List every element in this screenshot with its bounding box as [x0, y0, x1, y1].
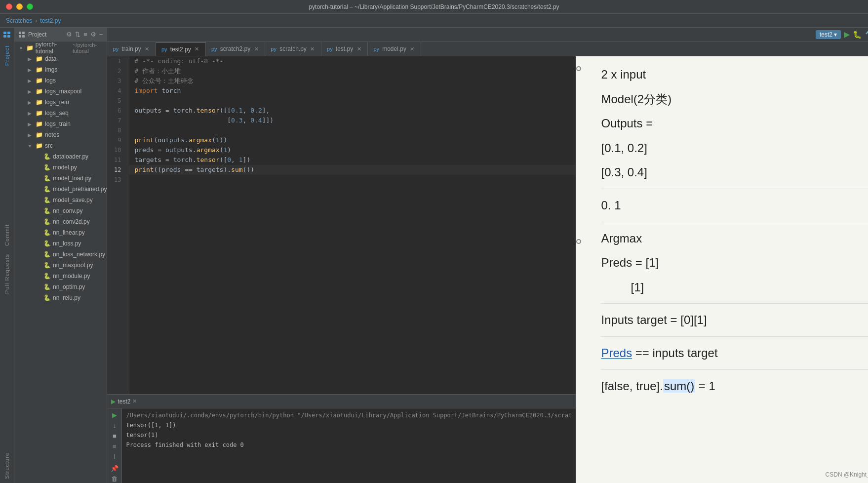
tree-item-logs-maxpool[interactable]: ▶ 📁 logs_maxpool — [14, 86, 107, 97]
tree-item-dataloader-label: dataloader.py — [53, 153, 88, 160]
tree-item-model[interactable]: ▶ 🐍 model.py — [14, 162, 107, 173]
run-button[interactable]: ▶ — [844, 30, 850, 39]
connector-top — [576, 66, 581, 71]
tree-item-notes[interactable]: ▶ 📁 notes — [14, 129, 107, 140]
tab-model-py[interactable]: py model.py ✕ — [368, 42, 421, 56]
tree-item-nn-conv2d-label: nn_conv2d.py — [53, 218, 90, 225]
ann-text-outputs-label: Outputs = — [601, 115, 868, 132]
tab-scratch2-py[interactable]: py scratch2.py ✕ — [206, 42, 265, 56]
tab-close-train[interactable]: ✕ — [144, 45, 151, 52]
pull-requests-panel-label[interactable]: Pull Requests — [2, 250, 12, 298]
debug-button[interactable]: 🐛 — [853, 30, 862, 39]
line-num-13: 13 — [107, 175, 125, 185]
tree-item-logs-seq[interactable]: ▶ 📁 logs_seq — [14, 108, 107, 119]
expand-icon[interactable]: ⇅ — [75, 31, 80, 38]
run-tab-label: ▶ test2 ✕ — [111, 398, 137, 405]
run-config-selector[interactable]: test2 ▾ — [816, 30, 841, 39]
run-output: ▶ ↓ ■ ≡ ⁞ 📌 🗑 /Users/xiaotudui/.conda/en… — [107, 408, 576, 483]
tree-item-model-pretrained[interactable]: ▶ 🐍 model_pretrained.py — [14, 184, 107, 195]
py-icon-nn-module: 🐍 — [43, 272, 51, 280]
tab-close-test[interactable]: ✕ — [355, 45, 362, 52]
tree-item-logs-label: logs — [45, 77, 56, 84]
tree-item-logs[interactable]: ▶ 📁 logs — [14, 75, 107, 86]
commit-panel-label[interactable]: Commit — [2, 220, 12, 250]
build-button[interactable]: 🔨 — [865, 31, 868, 38]
tab-close-test2[interactable]: ✕ — [194, 46, 200, 53]
sidebar-item-project[interactable] — [0, 28, 14, 41]
line-num-4: 4 — [107, 86, 125, 96]
folder-icon-imgs: 📁 — [35, 66, 43, 74]
tree-item-nn-conv[interactable]: ▶ 🐍 nn_conv.py — [14, 205, 107, 216]
code-line-5 — [129, 96, 576, 106]
tree-item-model-save[interactable]: ▶ 🐍 model_save.py — [14, 195, 107, 205]
code-content[interactable]: # -*- coding: utf-8 -*- # 作者：小土堆 # 公众号：土… — [129, 56, 576, 394]
ann-preds-underline: Preds — [601, 346, 632, 360]
run-down-icon[interactable]: ↓ — [109, 421, 120, 430]
tree-item-model-load[interactable]: ▶ 🐍 model_load.py — [14, 173, 107, 184]
ann-text-preds-2: [1] — [601, 279, 868, 296]
tab-scratch-py[interactable]: py scratch.py ✕ — [265, 42, 321, 56]
code-line-13 — [129, 175, 576, 185]
close-button[interactable] — [6, 3, 12, 10]
code-line-11: targets = torch.tensor([0, 1]) — [129, 155, 576, 165]
line-num-8: 8 — [107, 125, 125, 135]
tree-item-src[interactable]: ▾ 📁 src — [14, 140, 107, 151]
line-num-3: 3 — [107, 76, 125, 86]
tree-item-nn-module[interactable]: ▶ 🐍 nn_module.py — [14, 271, 107, 282]
code-line-1: # -*- coding: utf-8 -*- — [129, 56, 576, 66]
tree-item-src-label: src — [45, 142, 53, 149]
structure-panel-label[interactable]: Structure — [2, 448, 12, 483]
tree-item-nn-conv2d[interactable]: ▶ 🐍 nn_conv2d.py — [14, 216, 107, 227]
tree-item-nn-maxpool[interactable]: ▶ 🐍 nn_maxpool.py — [14, 260, 107, 271]
code-line-12: print((preds == targets).sum()) — [129, 165, 576, 175]
tab-train-py[interactable]: py train.py ✕ — [107, 42, 156, 56]
run-play-icon[interactable]: ▶ — [109, 410, 120, 419]
tree-root[interactable]: ▾ 📁 pytorch-tutorial ~/pytorch-tutorial — [14, 42, 107, 53]
tree-item-logs-seq-label: logs_seq — [45, 110, 69, 117]
tree-item-nn-module-label: nn_module.py — [53, 273, 90, 280]
tree-item-nn-relu[interactable]: ▶ 🐍 nn_relu.py — [14, 292, 107, 303]
svg-rect-6 — [19, 35, 21, 38]
editor-area[interactable]: 1 2 3 4 5 6 7 8 9 10 11 12 13 — [107, 56, 576, 394]
tree-item-nn-loss[interactable]: ▶ 🐍 nn_loss.py — [14, 238, 107, 249]
project-header: Project ⚙ ⇅ ≡ ⚙ − — [14, 28, 107, 41]
minimize-button[interactable] — [16, 3, 23, 10]
tab-close-scratch[interactable]: ✕ — [309, 45, 316, 52]
run-trash-icon[interactable]: 🗑 — [109, 474, 120, 483]
tree-item-nn-linear[interactable]: ▶ 🐍 nn_linear.py — [14, 227, 107, 238]
close-panel-icon[interactable]: − — [99, 31, 103, 38]
ann-divider-3 — [601, 303, 868, 304]
tree-item-dataloader[interactable]: ▶ 🐍 dataloader.py — [14, 151, 107, 162]
ann-text-model: Model(2分类) — [601, 91, 868, 108]
run-stop-icon[interactable]: ■ — [109, 431, 120, 440]
run-pin-icon[interactable]: 📌 — [109, 464, 120, 473]
line-num-1: 1 — [107, 56, 125, 66]
tab-test2-py[interactable]: py test2.py ✕ — [156, 42, 206, 56]
run-tab-close[interactable]: ✕ — [132, 398, 137, 404]
svg-rect-7 — [22, 35, 25, 38]
run-lines-icon[interactable]: ⁞ — [109, 452, 120, 461]
breadcrumb-file[interactable]: test2.py — [40, 17, 61, 24]
py-icon-model-pretrained: 🐍 — [43, 185, 51, 193]
svg-rect-2 — [3, 35, 6, 38]
breadcrumb-scratches[interactable]: Scratches — [6, 17, 32, 24]
tree-item-nn-loss-network[interactable]: ▶ 🐍 nn_loss_network.py — [14, 249, 107, 260]
tab-close-scratch2[interactable]: ✕ — [253, 45, 260, 52]
project-panel-label[interactable]: Project — [2, 41, 12, 70]
gear-icon[interactable]: ⚙ — [66, 31, 72, 38]
collapse-icon[interactable]: ≡ — [83, 31, 87, 38]
settings-icon[interactable]: ⚙ — [90, 31, 96, 38]
run-list-icon[interactable]: ≡ — [109, 442, 120, 450]
tree-item-data[interactable]: ▶ 📁 data — [14, 53, 107, 64]
tree-item-model-label: model.py — [53, 164, 77, 171]
tree-item-nn-loss-network-label: nn_loss_network.py — [53, 251, 105, 258]
tree-item-imgs[interactable]: ▶ 📁 imgs — [14, 64, 107, 75]
tree-item-logs-train[interactable]: ▶ 📁 logs_train — [14, 119, 107, 129]
tree-item-nn-optim[interactable]: ▶ 🐍 nn_optim.py — [14, 282, 107, 292]
tab-icon-test: py — [326, 45, 333, 52]
ann-text-outputs-1: [0.1, 0.2] — [601, 140, 868, 157]
tab-test-py[interactable]: py test.py ✕ — [321, 42, 368, 56]
tree-item-logs-relu[interactable]: ▶ 📁 logs_relu — [14, 97, 107, 108]
maximize-button[interactable] — [27, 3, 33, 10]
tab-close-model[interactable]: ✕ — [409, 45, 416, 52]
